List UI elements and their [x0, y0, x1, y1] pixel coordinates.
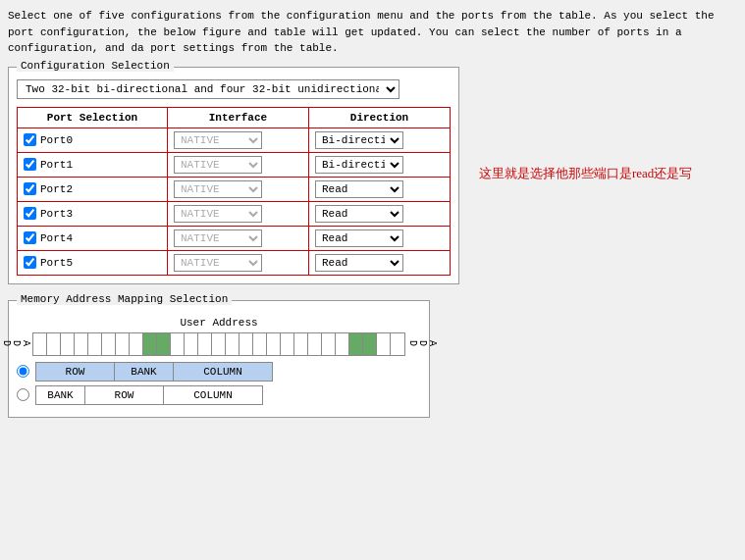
address-bar-container: ADD ADD — [17, 332, 421, 356]
port-checkbox-2[interactable] — [24, 182, 36, 195]
direction-cell: Read — [308, 177, 450, 201]
mapping-row-1: ROW BANK COLUMN — [17, 362, 421, 382]
port-checkbox-3[interactable] — [24, 207, 36, 220]
port-label: Port0 — [40, 134, 73, 146]
addr-cell-3 — [75, 333, 88, 355]
map-cell-row-2: ROW — [85, 386, 164, 404]
addr-right-label: ADD — [407, 340, 437, 346]
addr-cell-16 — [253, 333, 267, 355]
map-cell-row-1: ROW — [36, 363, 115, 381]
direction-select-1[interactable]: Bi-directiona — [315, 156, 403, 174]
addr-cell-0 — [33, 333, 47, 355]
user-address-label: User Address — [17, 317, 421, 329]
table-row: Port4NATIVERead — [18, 226, 451, 250]
direction-select-0[interactable]: Bi-directiona — [315, 131, 403, 149]
direction-cell: Bi-directiona — [308, 152, 450, 177]
interface-select-1[interactable]: NATIVE — [174, 156, 262, 174]
port-selection-cell: Port3 — [18, 201, 168, 226]
addr-cell-7 — [130, 333, 143, 355]
mapping-radio-1[interactable] — [17, 365, 29, 378]
port-label: Port4 — [40, 232, 73, 244]
addr-cell-5 — [102, 333, 116, 355]
table-row: Port3NATIVERead — [18, 201, 451, 226]
addr-cell-8 — [143, 333, 157, 355]
direction-cell: Bi-directiona — [308, 127, 450, 152]
annotation-text: 这里就是选择他那些端口是read还是写 — [479, 166, 692, 180]
addr-cell-1 — [47, 333, 61, 355]
col-header-port-selection: Port Selection — [18, 107, 168, 127]
table-row: Port5NATIVERead — [18, 250, 451, 275]
port-label: Port1 — [40, 159, 73, 171]
port-selection-cell: Port2 — [18, 177, 168, 201]
table-row: Port2NATIVERead — [18, 177, 451, 201]
addr-left-label: ADD — [1, 340, 30, 346]
interface-select-3[interactable]: NATIVE — [174, 205, 262, 223]
mapping-table-2: BANK ROW COLUMN — [35, 385, 263, 405]
direction-cell: Read — [308, 201, 450, 226]
table-row: Port1NATIVEBi-directiona — [18, 152, 451, 177]
direction-cell: Read — [308, 226, 450, 250]
addr-cell-24 — [363, 333, 377, 355]
port-checkbox-0[interactable] — [24, 133, 36, 146]
memory-legend: Memory Address Mapping Selection — [17, 293, 232, 305]
direction-select-2[interactable]: Read — [315, 180, 403, 198]
addr-cell-21 — [322, 333, 336, 355]
addr-cell-26 — [391, 333, 404, 355]
col-header-interface: Interface — [167, 107, 308, 127]
direction-select-5[interactable]: Read — [315, 254, 403, 272]
port-label: Port2 — [40, 183, 73, 195]
config-dropdown-row: Two 32-bit bi-directional and four 32-bi… — [17, 79, 451, 99]
port-selection-cell: Port0 — [18, 127, 168, 152]
interface-select-5[interactable]: NATIVE — [174, 254, 262, 272]
addr-cell-9 — [157, 333, 171, 355]
addr-cell-15 — [239, 333, 253, 355]
addr-grid — [32, 332, 405, 356]
mapping-table-1: ROW BANK COLUMN — [35, 362, 273, 382]
interface-cell: NATIVE — [167, 250, 308, 275]
port-label: Port3 — [40, 208, 73, 220]
interface-select-4[interactable]: NATIVE — [174, 229, 262, 247]
config-section: Configuration Selection Two 32-bit bi-di… — [8, 67, 459, 284]
addr-cell-14 — [226, 333, 239, 355]
interface-cell: NATIVE — [167, 201, 308, 226]
ports-table: Port Selection Interface Direction Port0… — [17, 107, 451, 276]
memory-section: Memory Address Mapping Selection User Ad… — [8, 300, 430, 418]
port-checkbox-4[interactable] — [24, 231, 36, 244]
port-checkbox-1[interactable] — [24, 158, 36, 171]
description-text: Select one of five configurations from t… — [8, 8, 737, 57]
port-selection-cell: Port5 — [18, 250, 168, 275]
mapping-row-2: BANK ROW COLUMN — [17, 385, 421, 405]
interface-select-0[interactable]: NATIVE — [174, 131, 262, 149]
interface-select-2[interactable]: NATIVE — [174, 180, 262, 198]
direction-cell: Read — [308, 250, 450, 275]
addr-cell-19 — [294, 333, 308, 355]
interface-cell: NATIVE — [167, 177, 308, 201]
map-cell-bank-1: BANK — [115, 363, 174, 381]
addr-cell-25 — [377, 333, 391, 355]
col-header-direction: Direction — [308, 107, 450, 127]
addr-cell-4 — [88, 333, 102, 355]
port-selection-cell: Port4 — [18, 226, 168, 250]
config-dropdown[interactable]: Two 32-bit bi-directional and four 32-bi… — [17, 79, 399, 99]
direction-select-4[interactable]: Read — [315, 229, 403, 247]
mapping-radio-2[interactable] — [17, 388, 29, 401]
port-checkbox-5[interactable] — [24, 256, 36, 269]
interface-cell: NATIVE — [167, 226, 308, 250]
addr-cell-12 — [198, 333, 212, 355]
addr-cell-23 — [349, 333, 363, 355]
addr-cell-22 — [336, 333, 349, 355]
map-cell-column-1: COLUMN — [174, 363, 272, 381]
table-row: Port0NATIVEBi-directiona — [18, 127, 451, 152]
addr-cell-18 — [281, 333, 294, 355]
addr-cell-6 — [116, 333, 130, 355]
addr-cell-13 — [212, 333, 226, 355]
direction-select-3[interactable]: Read — [315, 205, 403, 223]
interface-cell: NATIVE — [167, 152, 308, 177]
port-selection-cell: Port1 — [18, 152, 168, 177]
port-label: Port5 — [40, 257, 73, 269]
addr-cell-17 — [267, 333, 281, 355]
mapping-options: ROW BANK COLUMN BANK ROW COLUMN — [17, 362, 421, 405]
addr-cell-11 — [185, 333, 198, 355]
addr-cell-2 — [61, 333, 75, 355]
config-legend: Configuration Selection — [17, 60, 174, 72]
